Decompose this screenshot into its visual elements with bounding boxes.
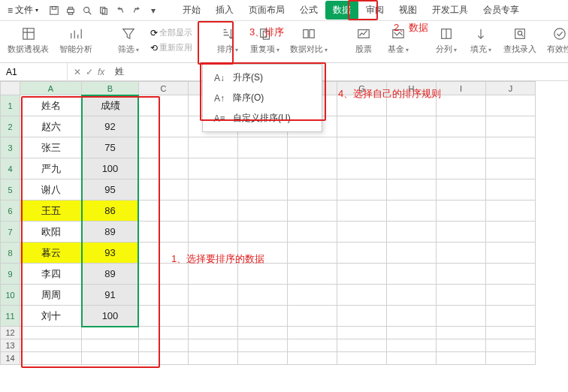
cell[interactable] xyxy=(337,116,387,137)
cell[interactable] xyxy=(20,339,82,352)
filter-button[interactable]: 筛选▾ xyxy=(113,24,144,56)
cell[interactable]: 赵六 xyxy=(20,116,82,137)
cell[interactable]: 王五 xyxy=(20,201,82,222)
cell[interactable] xyxy=(238,137,288,158)
fund-button[interactable]: 基金▾ xyxy=(383,24,413,56)
cell[interactable] xyxy=(387,158,437,179)
menu-tab-0[interactable]: 开始 xyxy=(175,1,208,20)
cell[interactable] xyxy=(288,327,337,339)
cell[interactable] xyxy=(387,116,437,137)
cell[interactable] xyxy=(387,137,437,158)
cell[interactable] xyxy=(486,158,536,179)
cell[interactable] xyxy=(486,285,536,306)
cell[interactable] xyxy=(189,306,238,327)
row-header[interactable]: 5 xyxy=(1,179,20,201)
cell[interactable]: 93 xyxy=(82,243,139,264)
valid-button[interactable]: 有效性 xyxy=(544,24,568,56)
dup-button[interactable]: 重复项▾ xyxy=(247,24,282,56)
cell[interactable] xyxy=(437,339,486,352)
cell[interactable] xyxy=(189,179,238,201)
cell[interactable] xyxy=(387,201,437,222)
fill-button[interactable]: 填充▾ xyxy=(466,24,496,56)
copy-icon[interactable] xyxy=(97,4,110,17)
cell[interactable] xyxy=(139,222,189,243)
cell[interactable] xyxy=(337,137,387,158)
cell[interactable] xyxy=(288,137,337,158)
cell[interactable] xyxy=(238,201,288,222)
cell[interactable]: 75 xyxy=(82,137,139,158)
cell[interactable] xyxy=(437,116,486,137)
row-header[interactable]: 13 xyxy=(1,339,20,352)
cell[interactable] xyxy=(486,116,536,137)
cell[interactable]: 欧阳 xyxy=(20,222,82,243)
cell[interactable] xyxy=(337,201,387,222)
row-header[interactable]: 9 xyxy=(1,264,20,285)
menu-tab-7[interactable]: 开发工具 xyxy=(424,1,476,20)
cell[interactable] xyxy=(139,327,189,339)
cell[interactable] xyxy=(337,222,387,243)
cell[interactable]: 刘十 xyxy=(20,306,82,327)
file-menu[interactable]: ≡文件▾ xyxy=(3,4,43,17)
row-header[interactable]: 3 xyxy=(1,137,20,158)
pivot-button[interactable]: 数据透视表 xyxy=(5,24,52,56)
stock-button[interactable]: 股票 xyxy=(349,24,379,56)
menu-tab-8[interactable]: 会员专享 xyxy=(476,1,527,20)
cell[interactable] xyxy=(139,339,189,352)
cell[interactable] xyxy=(486,95,536,116)
cell[interactable]: 89 xyxy=(82,264,139,285)
cell[interactable]: 周周 xyxy=(20,285,82,306)
cell[interactable] xyxy=(437,179,486,201)
split-button[interactable]: 分列▾ xyxy=(431,24,461,56)
cell[interactable] xyxy=(82,352,139,365)
cell[interactable]: 暮云 xyxy=(20,243,82,264)
cell[interactable] xyxy=(139,243,189,264)
cell[interactable] xyxy=(139,264,189,285)
cell[interactable] xyxy=(139,352,189,365)
undo-icon[interactable] xyxy=(113,4,127,17)
row-header[interactable]: 11 xyxy=(1,306,20,327)
cell[interactable] xyxy=(238,222,288,243)
cell[interactable] xyxy=(139,201,189,222)
select-all-corner[interactable] xyxy=(1,82,20,95)
row-header[interactable]: 7 xyxy=(1,222,20,243)
cell[interactable] xyxy=(437,285,486,306)
row-header[interactable]: 6 xyxy=(1,201,20,222)
cell[interactable] xyxy=(82,339,139,352)
cell[interactable] xyxy=(288,352,337,365)
cell[interactable] xyxy=(387,222,437,243)
cell[interactable] xyxy=(189,243,238,264)
row-header[interactable]: 1 xyxy=(1,95,20,116)
cell[interactable] xyxy=(238,179,288,201)
cell[interactable] xyxy=(387,264,437,285)
cell[interactable] xyxy=(486,201,536,222)
row-header[interactable]: 10 xyxy=(1,285,20,306)
col-header-B[interactable]: B xyxy=(82,82,139,95)
col-header-J[interactable]: J xyxy=(486,82,536,95)
row-header[interactable]: 14 xyxy=(1,352,20,365)
cell[interactable] xyxy=(486,306,536,327)
cell[interactable] xyxy=(139,179,189,201)
preview-icon[interactable] xyxy=(80,4,94,17)
cell[interactable]: 89 xyxy=(82,222,139,243)
cell[interactable] xyxy=(337,95,387,116)
cell[interactable]: 100 xyxy=(82,158,139,179)
cell[interactable] xyxy=(337,285,387,306)
cell[interactable] xyxy=(139,285,189,306)
col-header-A[interactable]: A xyxy=(20,82,82,95)
cell[interactable] xyxy=(288,222,337,243)
cell[interactable] xyxy=(437,137,486,158)
cell[interactable] xyxy=(437,243,486,264)
cell[interactable]: 86 xyxy=(82,201,139,222)
cell[interactable] xyxy=(337,327,387,339)
cell[interactable] xyxy=(387,339,437,352)
cell[interactable] xyxy=(486,352,536,365)
cell[interactable] xyxy=(288,264,337,285)
cell[interactable]: 91 xyxy=(82,285,139,306)
cell[interactable] xyxy=(288,243,337,264)
cell[interactable] xyxy=(337,339,387,352)
cell[interactable] xyxy=(288,306,337,327)
cell[interactable] xyxy=(189,285,238,306)
cell[interactable]: 张三 xyxy=(20,137,82,158)
cell[interactable] xyxy=(288,339,337,352)
cell[interactable] xyxy=(337,306,387,327)
